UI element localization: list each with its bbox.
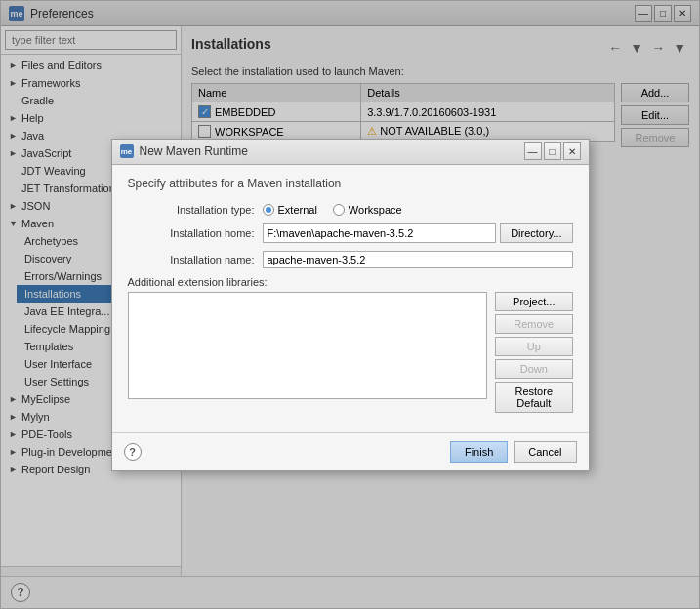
home-input[interactable] (263, 223, 497, 243)
ext-row: Project... Remove Up Down Restore Defaul… (128, 292, 573, 413)
dialog-overlay: me New Maven Runtime ― □ ✕ Specify attri… (1, 1, 699, 608)
new-maven-runtime-dialog: me New Maven Runtime ― □ ✕ Specify attri… (111, 139, 590, 471)
name-input[interactable] (263, 251, 573, 268)
dialog-title: New Maven Runtime (140, 144, 518, 158)
workspace-option[interactable]: Workspace (333, 204, 402, 216)
installation-home-row: Installation home: Directory... (128, 223, 573, 243)
footer-left: ? (124, 443, 142, 461)
main-window: me Preferences ― □ ✕ ► Files and Editors… (0, 0, 700, 609)
dialog-body: Specify attributes for a Maven installat… (112, 165, 589, 432)
workspace-label: Workspace (349, 204, 402, 216)
footer-right: Finish Cancel (450, 441, 577, 463)
dialog-close-btn[interactable]: ✕ (563, 142, 581, 160)
dialog-subtitle: Specify attributes for a Maven installat… (128, 177, 573, 190)
external-radio[interactable] (263, 204, 274, 216)
home-input-group: Directory... (263, 223, 573, 243)
workspace-radio[interactable] (333, 204, 345, 216)
installation-name-row: Installation name: (128, 251, 573, 268)
external-label: External (278, 204, 317, 216)
dialog-title-bar: me New Maven Runtime ― □ ✕ (112, 140, 589, 165)
dialog-controls: ― □ ✕ (524, 142, 581, 160)
external-option[interactable]: External (263, 204, 317, 216)
name-input-group (263, 251, 573, 268)
dialog-restore-btn[interactable]: □ (544, 142, 561, 160)
ext-list[interactable] (128, 292, 488, 399)
dialog-minimize-btn[interactable]: ― (524, 142, 542, 160)
dialog-footer: ? Finish Cancel (112, 432, 589, 470)
home-label: Installation home: (128, 227, 255, 239)
down-button[interactable]: Down (495, 359, 572, 379)
installation-type-label: Installation type: (128, 204, 255, 216)
installation-type-row: Installation type: External Workspace (128, 204, 573, 216)
restore-default-button[interactable]: Restore Default (495, 382, 572, 413)
up-button[interactable]: Up (495, 337, 572, 356)
directory-button[interactable]: Directory... (500, 223, 572, 243)
dialog-help-button[interactable]: ? (124, 443, 142, 461)
finish-button[interactable]: Finish (450, 441, 508, 463)
dialog-icon: me (120, 144, 134, 158)
ext-label: Additional extension libraries: (128, 276, 573, 288)
ext-buttons: Project... Remove Up Down Restore Defaul… (495, 292, 572, 413)
remove-ext-button[interactable]: Remove (495, 314, 572, 334)
project-button[interactable]: Project... (495, 292, 572, 311)
cancel-button[interactable]: Cancel (514, 441, 576, 463)
installation-type-options: External Workspace (263, 204, 573, 216)
name-label: Installation name: (128, 254, 255, 265)
